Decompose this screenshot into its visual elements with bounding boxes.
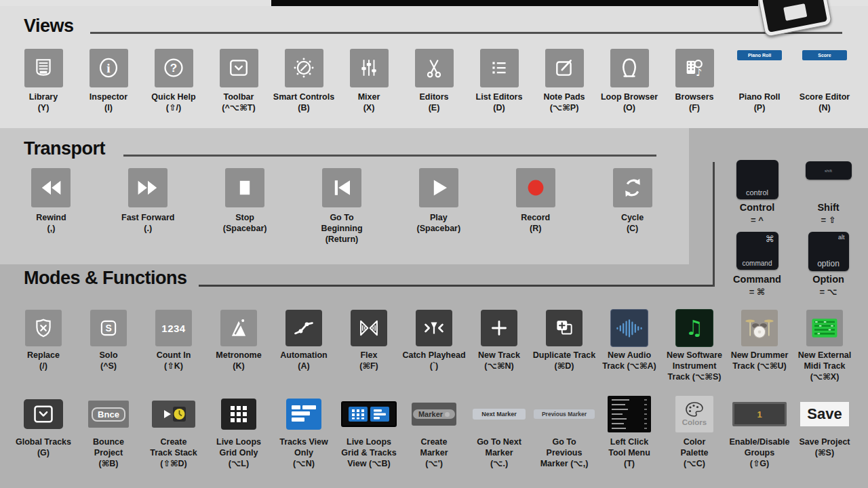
label-line: Toolbar — [222, 92, 255, 103]
alt-symbol: alt — [838, 234, 845, 241]
label-line: (^S) — [99, 361, 117, 372]
label-line: (G) — [16, 448, 71, 459]
label-line: (⇧⌘D) — [150, 459, 197, 470]
stop-icon — [225, 167, 264, 208]
transport-item-record: Record(R) — [503, 167, 568, 245]
label-line: Library — [29, 92, 58, 103]
views-item-browsers: ♪Browsers(F) — [662, 48, 727, 114]
label-line: Groups — [730, 448, 790, 459]
solo-icon: S — [90, 309, 127, 347]
editors-icon — [415, 48, 454, 87]
play-icon — [419, 167, 458, 208]
label-line: Loop Browser — [601, 92, 658, 103]
label-line: Go To — [540, 437, 589, 448]
views-item-library: Library(Y) — [11, 48, 76, 114]
label-line: Live Loops — [341, 437, 396, 448]
views-title: Views — [24, 16, 74, 37]
transport-item-stop: Stop(Spacebar) — [212, 167, 277, 245]
item-label: New DrummerTrack (⌥⌘U) — [731, 350, 789, 372]
color-palette-icon: Colors — [675, 394, 713, 434]
item-label: Piano Roll(P) — [738, 92, 780, 114]
item-label: Go To Beginning(Return) — [309, 213, 374, 245]
label-line: (⌥N) — [279, 459, 328, 470]
label-line: Editors — [419, 92, 448, 103]
transport-item-cycle: Cycle(C) — [600, 167, 665, 245]
bounce-icon: Bnce — [88, 394, 129, 434]
note-pads-icon — [545, 48, 584, 87]
item-label: Library(Y) — [29, 92, 58, 114]
svg-text:?: ? — [170, 62, 177, 75]
control-keycap: control — [736, 160, 778, 199]
label-line: (Spacebar) — [223, 224, 267, 235]
cycle-icon — [613, 167, 652, 208]
flex-icon — [351, 309, 387, 347]
label-line: Grid Only — [216, 448, 261, 459]
views-item-mixer: Mixer(X) — [336, 48, 401, 114]
label-line: Cycle — [621, 213, 644, 224]
label-line: (`) — [402, 361, 465, 372]
count-in-digits: 1234 — [161, 323, 185, 334]
new-audio-track-icon — [610, 309, 648, 347]
views-item-list-editors: List Editors(D) — [467, 48, 532, 114]
modifier-control: control Control = ^ — [736, 160, 778, 225]
blue-pill: Score — [802, 48, 847, 87]
svg-text:i: i — [106, 61, 111, 75]
views-item-inspector: iInspector(I) — [76, 48, 141, 114]
item-label: Count In(⇧K) — [157, 350, 191, 372]
item-label: Rewind(,) — [36, 213, 66, 235]
replace-icon — [25, 309, 62, 347]
modifier-symbol: = ^ — [736, 215, 778, 225]
library-icon — [24, 48, 63, 87]
item-label: Browsers(F) — [675, 92, 714, 114]
new-track-icon — [481, 309, 517, 347]
item-label: Left ClickTool Menu(T) — [608, 437, 650, 469]
item-label: Global Tracks(G) — [16, 437, 71, 459]
label-line: (D) — [476, 103, 523, 114]
tracks-view-icon — [286, 394, 321, 434]
label-line: Track (⌥⌘U) — [731, 361, 789, 372]
software-instrument-icon: ♫ — [675, 309, 713, 347]
blue-view-button: Piano Roll — [737, 50, 782, 60]
label-line: (⌥⌘N) — [478, 361, 520, 372]
item-label: Go ToPreviousMarker (⌥,) — [540, 437, 589, 469]
transport-item-rewind: Rewind(,) — [18, 167, 83, 245]
top-bar — [0, 0, 868, 6]
modes-item-save-project: SaveSave Project(⌘S) — [792, 394, 857, 469]
label-line: (T) — [608, 459, 650, 470]
label-line: Midi Track — [798, 361, 852, 372]
label-line: (⇧G) — [730, 459, 790, 470]
item-label: Save Project(⌘S) — [799, 437, 850, 459]
views-items-row: Library(Y)iInspector(I)?Quick Help(⇧/)To… — [11, 48, 857, 114]
track-stack-icon — [152, 394, 195, 434]
item-label: ColorPalette(⌥C) — [681, 437, 709, 469]
item-label: Replace(/) — [27, 350, 60, 372]
colors-label: Colors — [682, 418, 707, 426]
label-line: (⌘S) — [799, 448, 850, 459]
modes-item-live-loops-grid-tracks-view: Live LoopsGrid & TracksView (⌥B) — [336, 394, 401, 469]
modes-item-create-track-stack: CreateTrack Stack(⇧⌘D) — [141, 394, 206, 469]
marker-button-icon: Marker — [412, 394, 456, 434]
item-label: Play(Spacebar) — [417, 213, 461, 235]
label-line: Marker — [477, 448, 521, 459]
label-line: (N) — [800, 103, 850, 114]
count-in-icon: 1234 — [155, 309, 192, 347]
modifier-label: Control — [736, 202, 778, 213]
item-label: Score Editor(N) — [800, 92, 850, 114]
label-line: (⌥L) — [216, 459, 261, 470]
label-line: Flex — [359, 350, 378, 361]
modes-item-automation: Automation(A) — [271, 309, 336, 382]
label-line: Left Click — [608, 437, 650, 448]
item-label: Enable/DisableGroups(⇧G) — [730, 437, 790, 469]
modes-item-enable-disable-groups: 1Enable/DisableGroups(⇧G) — [727, 394, 792, 469]
modes-item-new-drummer-track: New DrummerTrack (⌥⌘U) — [727, 309, 792, 382]
modifier-symbol: = ⇧ — [806, 215, 852, 225]
label-line: (Return) — [309, 235, 374, 245]
browsers-icon: ♪ — [675, 48, 714, 87]
item-label: Automation(A) — [280, 350, 327, 372]
item-label: New SoftwareInstrumentTrack (⌥⌘S) — [667, 350, 722, 382]
label-line: (⌥C) — [681, 459, 709, 470]
modes-item-new-audio-track: New AudioTrack (⌥⌘A) — [597, 309, 662, 382]
label-line: Piano Roll — [738, 92, 780, 103]
label-line: (^⌥⌘T) — [222, 103, 255, 114]
label-line: Bounce — [93, 437, 124, 448]
